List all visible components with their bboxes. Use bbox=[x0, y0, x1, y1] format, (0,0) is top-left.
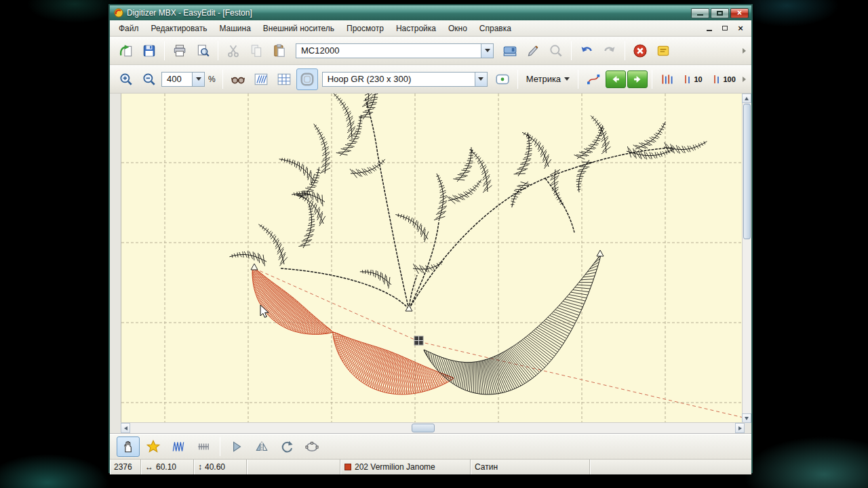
show-stitches-button[interactable] bbox=[250, 68, 272, 90]
scroll-left-button[interactable] bbox=[121, 423, 130, 433]
vertical-scroll-thumb[interactable] bbox=[743, 104, 751, 239]
separator bbox=[625, 41, 625, 60]
maximize-icon bbox=[717, 11, 723, 16]
menu-settings[interactable]: Настройка bbox=[390, 22, 442, 35]
minimize-icon bbox=[697, 14, 703, 16]
menu-external-media[interactable]: Внешний носитель bbox=[257, 22, 340, 35]
scroll-right-button[interactable] bbox=[735, 423, 745, 433]
copy-icon bbox=[249, 43, 264, 58]
reshape-button[interactable] bbox=[583, 68, 604, 90]
menu-view[interactable]: Просмотр bbox=[340, 22, 390, 35]
workarea bbox=[110, 94, 751, 434]
toolbar-main: MC12000 bbox=[110, 37, 751, 65]
vertical-scrollbar[interactable] bbox=[742, 94, 751, 423]
stitch-tool-button[interactable] bbox=[522, 40, 544, 62]
zoom-combo[interactable]: 400 bbox=[161, 72, 205, 87]
machine-combo-drop[interactable] bbox=[481, 44, 493, 58]
travel-stitch-button[interactable] bbox=[656, 68, 678, 90]
redo-button[interactable] bbox=[599, 40, 620, 62]
hoop-combo[interactable]: Hoop GR (230 x 300) bbox=[322, 72, 488, 87]
show-grid-button[interactable] bbox=[273, 68, 295, 90]
mdi-close-button[interactable]: × bbox=[734, 23, 747, 34]
close-button[interactable]: × bbox=[730, 8, 749, 18]
chevron-down-icon bbox=[564, 77, 570, 81]
prev-object-button[interactable] bbox=[606, 70, 626, 88]
grid-icon bbox=[277, 72, 292, 87]
mdi-minimize-button[interactable] bbox=[703, 23, 716, 34]
show-hoop-button[interactable] bbox=[296, 68, 318, 90]
triangle-right-icon bbox=[738, 426, 742, 430]
menu-window[interactable]: Окно bbox=[442, 22, 473, 35]
maximize-button[interactable] bbox=[711, 8, 729, 18]
chevron-down-icon bbox=[485, 49, 490, 52]
minimize-button[interactable] bbox=[691, 8, 709, 18]
app-logo-icon bbox=[114, 8, 123, 18]
print-preview-button[interactable] bbox=[192, 40, 214, 62]
stitch-list-button[interactable] bbox=[192, 436, 215, 457]
travel-100-button[interactable]: 100 bbox=[708, 68, 741, 90]
scroll-up-button[interactable] bbox=[742, 94, 751, 103]
save-button[interactable] bbox=[138, 40, 160, 62]
mdi-restore-icon bbox=[722, 26, 728, 30]
open-button[interactable] bbox=[115, 40, 137, 62]
copy-button[interactable] bbox=[245, 40, 267, 62]
units-combo[interactable]: Метрика bbox=[522, 73, 574, 85]
reshape-object-button[interactable] bbox=[300, 436, 323, 457]
design-canvas[interactable] bbox=[121, 94, 745, 423]
chevron-down-icon bbox=[478, 77, 484, 81]
print-button[interactable] bbox=[169, 40, 191, 62]
slow-redraw-button[interactable] bbox=[225, 436, 248, 457]
rotate-button[interactable] bbox=[275, 436, 298, 457]
zoom-tool-button[interactable] bbox=[545, 40, 567, 62]
zoom-out-button[interactable] bbox=[138, 68, 160, 90]
select-tool-button[interactable] bbox=[117, 436, 140, 457]
stitch-bars-icon bbox=[660, 72, 675, 87]
mdi-minimize-icon bbox=[707, 30, 712, 31]
zoom-in-button[interactable] bbox=[115, 68, 137, 90]
cut-button[interactable] bbox=[222, 40, 244, 62]
next-object-button[interactable] bbox=[627, 70, 648, 88]
travel-10-button[interactable]: 10 bbox=[679, 68, 707, 90]
zoom-combo-drop[interactable] bbox=[192, 73, 204, 86]
stitch-edit-button[interactable] bbox=[167, 436, 190, 457]
print-preview-icon bbox=[195, 43, 210, 58]
separator bbox=[222, 70, 223, 89]
menu-help[interactable]: Справка bbox=[473, 22, 517, 35]
menu-file[interactable]: Файл bbox=[113, 22, 145, 35]
menu-machine[interactable]: Машина bbox=[213, 22, 256, 35]
write-to-machine-button[interactable] bbox=[499, 40, 521, 62]
design-notes-button[interactable] bbox=[652, 40, 674, 62]
titlebar[interactable]: Digitizer MBX - EasyEdit - [Feston] × bbox=[110, 5, 751, 20]
machine-combo[interactable]: MC12000 bbox=[296, 43, 494, 58]
video-background: Digitizer MBX - EasyEdit - [Feston] × Фа… bbox=[0, 0, 868, 488]
mirror-button[interactable] bbox=[250, 436, 273, 457]
separator bbox=[578, 70, 578, 89]
statusbar: 2376 ↔ 60.10 ↕ 40.60 202 Vermilion Janom… bbox=[110, 460, 751, 474]
open-icon bbox=[119, 43, 134, 58]
scroll-down-button[interactable] bbox=[742, 413, 751, 423]
hoop-combo-drop[interactable] bbox=[475, 73, 487, 86]
hoop-icon bbox=[300, 72, 315, 87]
app-window: Digitizer MBX - EasyEdit - [Feston] × Фа… bbox=[108, 4, 753, 473]
toolbar-overflow-icon[interactable] bbox=[743, 77, 746, 82]
separator bbox=[571, 41, 572, 60]
undo-button[interactable] bbox=[576, 40, 597, 62]
cancel-button[interactable] bbox=[629, 40, 651, 62]
undo-icon bbox=[579, 43, 594, 58]
stitch-count-cell: 2376 bbox=[110, 460, 141, 474]
mdi-restore-button[interactable] bbox=[718, 23, 732, 34]
separator bbox=[220, 437, 220, 456]
statusbar-filler bbox=[590, 460, 751, 474]
magic-wand-button[interactable] bbox=[142, 436, 165, 457]
ellipse-handles-icon bbox=[304, 439, 319, 454]
horizontal-scroll-thumb[interactable] bbox=[412, 424, 435, 432]
hoop-position-button[interactable] bbox=[492, 68, 513, 90]
paste-button[interactable] bbox=[269, 40, 290, 62]
percent-label: % bbox=[208, 75, 216, 84]
menu-edit[interactable]: Редактировать bbox=[145, 22, 214, 35]
empty-cell bbox=[247, 460, 340, 474]
toolbar-overflow-icon[interactable] bbox=[743, 48, 746, 54]
true-view-button[interactable] bbox=[227, 68, 249, 90]
horizontal-scrollbar[interactable] bbox=[121, 422, 745, 433]
design-width: 60.10 bbox=[156, 462, 176, 472]
